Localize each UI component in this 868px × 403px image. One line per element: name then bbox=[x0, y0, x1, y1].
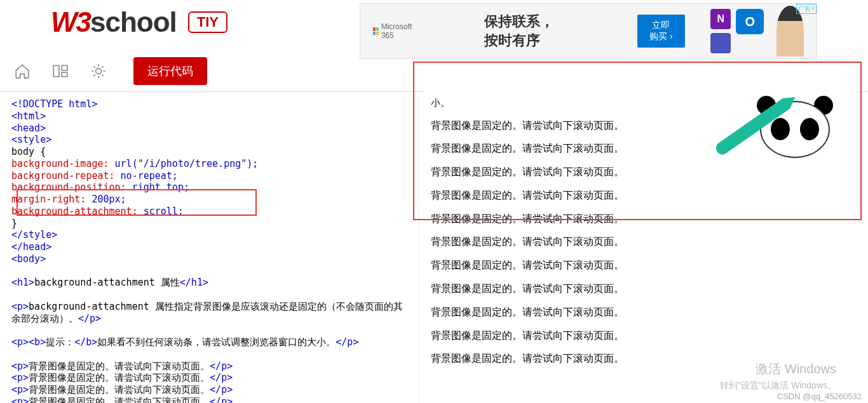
panda-image bbox=[728, 88, 836, 171]
preview-iframe[interactable]: 小。背景图像是固定的。请尝试向下滚动页面。背景图像是固定的。请尝试向下滚动页面。… bbox=[424, 88, 855, 403]
preview-line: 背景图像是固定的。请尝试向下滚动页面。 bbox=[431, 208, 849, 231]
outlook-icon: O bbox=[736, 9, 764, 34]
ad-headline: 保持联系，按时有序 bbox=[484, 12, 561, 50]
preview-line: 背景图像是固定的。请尝试向下滚动页面。 bbox=[431, 230, 849, 254]
preview-line: 背景图像是固定的。请尝试向下滚动页面。 bbox=[431, 324, 849, 348]
windows-activate-text: 转到"设置"以激活 Windows。 bbox=[720, 380, 836, 392]
svg-line-10 bbox=[93, 74, 95, 76]
preview-line: 背景图像是固定的。请尝试向下滚动页面。 bbox=[431, 254, 849, 277]
run-code-button[interactable]: 运行代码 bbox=[133, 57, 207, 85]
logo: W3 school bbox=[51, 6, 177, 38]
svg-line-9 bbox=[102, 74, 103, 76]
page-header: W3 school TIY 广告× Microsoft 365 保持联系，按时有… bbox=[0, 0, 868, 51]
preview-line: 背景图像是固定的。请尝试向下滚动页面。 bbox=[431, 301, 849, 324]
svg-line-8 bbox=[93, 66, 95, 67]
svg-rect-0 bbox=[53, 65, 59, 76]
preview-line: 背景图像是固定的。请尝试向下滚动页面。 bbox=[431, 184, 849, 208]
layout-icon[interactable] bbox=[51, 62, 70, 81]
svg-rect-1 bbox=[62, 65, 67, 70]
home-icon[interactable] bbox=[13, 62, 32, 81]
preview-panel: 小。背景图像是固定的。请尝试向下滚动页面。背景图像是固定的。请尝试向下滚动页面。… bbox=[419, 92, 868, 403]
tiy-badge: TIY bbox=[188, 11, 227, 33]
csdn-credit: CSDN @qq_45260532 bbox=[777, 392, 862, 401]
windows-activate-title: 激活 Windows bbox=[756, 360, 836, 378]
theme-icon[interactable] bbox=[89, 62, 108, 81]
logo-w3: W3 bbox=[51, 6, 90, 38]
ad-banner[interactable]: 广告× Microsoft 365 保持联系，按时有序 立即购买 › N O bbox=[360, 3, 817, 59]
svg-point-3 bbox=[96, 69, 102, 74]
ad-close-label[interactable]: 广告× bbox=[796, 4, 817, 14]
teams-icon bbox=[710, 33, 731, 53]
svg-line-11 bbox=[102, 66, 103, 67]
code-editor[interactable]: <!DOCTYPE html><html><head><style>body {… bbox=[0, 92, 419, 403]
ad-cta-button[interactable]: 立即购买 › bbox=[637, 15, 685, 48]
preview-line: 背景图像是固定的。请尝试向下滚动页面。 bbox=[431, 277, 849, 301]
svg-rect-2 bbox=[62, 72, 67, 77]
onenote-icon: N bbox=[710, 9, 731, 29]
ad-app-icons: N O bbox=[710, 9, 764, 53]
logo-school: school bbox=[90, 6, 177, 38]
microsoft-icon bbox=[373, 27, 379, 35]
split-container: <!DOCTYPE html><html><head><style>body {… bbox=[0, 92, 868, 403]
ad-brand: Microsoft 365 bbox=[373, 22, 414, 40]
